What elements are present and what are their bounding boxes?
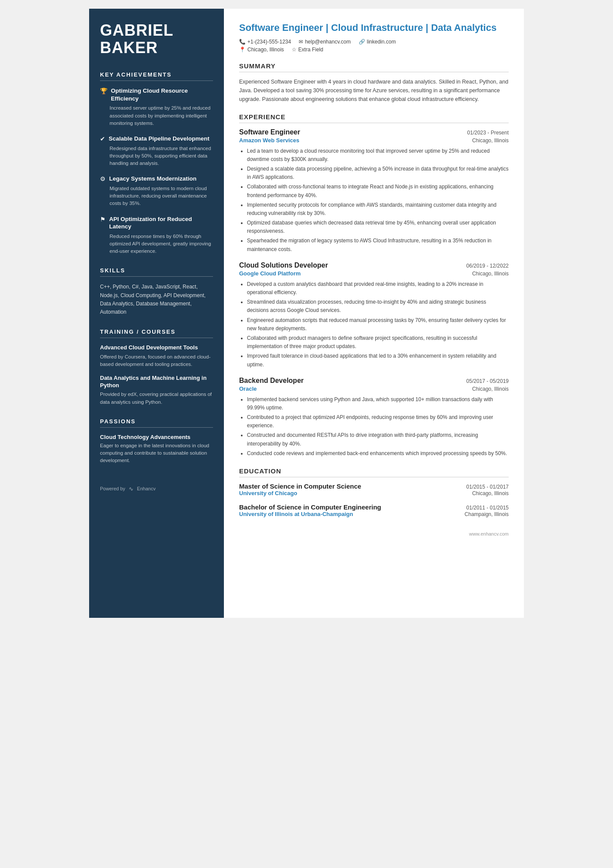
summary-section: SUMMARY Experienced Software Engineer wi… <box>239 62 509 104</box>
achievement-item: ⚙ Legacy Systems Modernization Migrated … <box>100 175 213 207</box>
bullet-item: Spearheaded the migration of legacy syst… <box>247 237 509 253</box>
extra-contact: ☆ Extra Field <box>292 47 323 53</box>
achievement-header: ⚙ Legacy Systems Modernization <box>100 175 213 183</box>
job-location: Chicago, Illinois <box>472 386 509 392</box>
sidebar-footer: Powered by ∿ Enhancv <box>100 477 213 492</box>
location-contact: 📍 Chicago, Illinois <box>239 47 284 53</box>
achievement-desc: Migrated outdated systems to modern clou… <box>100 185 213 208</box>
bullet-item: Led a team to develop a cloud resource m… <box>247 147 509 164</box>
achievements-section: KEY ACHIEVEMENTS 🏆 Optimizing Cloud Reso… <box>100 71 213 255</box>
bullet-item: Constructed and documented RESTful APIs … <box>247 431 509 448</box>
achievement-title: Legacy Systems Modernization <box>109 175 197 183</box>
edu-location: Chicago, Illinois <box>472 490 509 496</box>
resume-container: GABRIEL BAKER KEY ACHIEVEMENTS 🏆 Optimiz… <box>89 9 524 618</box>
linkedin-contact: 🔗 linkedin.com <box>359 39 396 45</box>
training-item: Advanced Cloud Development Tools Offered… <box>100 344 213 368</box>
job-bullets: Developed a custom analytics dashboard t… <box>239 280 509 369</box>
edu-school-row: University of Chicago Chicago, Illinois <box>239 490 509 496</box>
passions-section: PASSIONS Cloud Technology Advancements E… <box>100 418 213 465</box>
training-course-title: Data Analytics and Machine Learning in P… <box>100 375 213 389</box>
edu-header: Bachelor of Science in Computer Engineer… <box>239 503 509 511</box>
edu-school: University of Chicago <box>239 490 297 496</box>
passions-title: PASSIONS <box>100 418 213 428</box>
linkedin-url: linkedin.com <box>367 39 396 45</box>
exp-header: Backend Developer 05/2017 - 05/2019 <box>239 377 509 385</box>
achievement-item: ✔ Scalable Data Pipeline Development Red… <box>100 135 213 167</box>
sidebar: GABRIEL BAKER KEY ACHIEVEMENTS 🏆 Optimiz… <box>89 9 224 618</box>
bullet-item: Implemented backend services using Pytho… <box>247 395 509 412</box>
training-title: TRAINING / COURSES <box>100 328 213 338</box>
bullet-item: Contributed to a project that optimized … <box>247 413 509 430</box>
phone-number: +1-(234)-555-1234 <box>247 39 291 45</box>
enhancv-logo: ∿ <box>129 486 133 492</box>
training-course-title: Advanced Cloud Development Tools <box>100 344 213 352</box>
job-date: 06/2019 - 12/2022 <box>466 263 509 269</box>
edu-school: University of Illinois at Urbana-Champai… <box>239 511 353 517</box>
main-footer: www.enhancv.com <box>239 527 509 536</box>
summary-text: Experienced Software Engineer with 4 yea… <box>239 77 509 104</box>
star-icon: ☆ <box>292 47 297 53</box>
job-item: Cloud Solutions Developer 06/2019 - 12/2… <box>239 261 509 369</box>
achievement-item: ⚑ API Optimization for Reduced Latency R… <box>100 215 213 255</box>
link-icon: 🔗 <box>359 39 365 45</box>
skills-section: SKILLS C++, Python, C#, Java, JavaScript… <box>100 267 213 316</box>
skills-text: C++, Python, C#, Java, JavaScript, React… <box>100 283 213 316</box>
achievement-title: Optimizing Cloud Resource Efficiency <box>111 87 213 102</box>
job-title: Backend Developer <box>239 377 304 385</box>
experience-section-title: EXPERIENCE <box>239 113 509 123</box>
job-date: 05/2017 - 05/2019 <box>466 378 509 384</box>
exp-company-row: Oracle Chicago, Illinois <box>239 385 509 392</box>
job-title: Cloud Solutions Developer <box>239 261 328 269</box>
job-date: 01/2023 - Present <box>467 130 509 136</box>
education-section-title: EDUCATION <box>239 467 509 477</box>
edu-location: Champaign, Illinois <box>465 511 509 517</box>
job-item: Backend Developer 05/2017 - 05/2019 Orac… <box>239 377 509 458</box>
person-title: Software Engineer | Cloud Infrastructure… <box>239 22 509 34</box>
achievement-header: ⚑ API Optimization for Reduced Latency <box>100 215 213 231</box>
edu-header: Master of Science in Computer Science 01… <box>239 483 509 490</box>
location-text: Chicago, Illinois <box>247 47 284 53</box>
training-item: Data Analytics and Machine Learning in P… <box>100 375 213 406</box>
name-block: GABRIEL BAKER <box>100 22 213 56</box>
achievement-title: API Optimization for Reduced Latency <box>109 215 213 231</box>
email-contact: ✉ help@enhancv.com <box>299 39 350 45</box>
edu-item: Master of Science in Computer Science 01… <box>239 483 509 496</box>
edu-degree: Bachelor of Science in Computer Engineer… <box>239 503 381 511</box>
gear-icon: ⚙ <box>100 175 106 182</box>
contact-row: 📞 +1-(234)-555-1234 ✉ help@enhancv.com 🔗… <box>239 39 509 45</box>
bullet-item: Conducted code reviews and implemented b… <box>247 449 509 458</box>
main-header: Software Engineer | Cloud Infrastructure… <box>239 22 509 53</box>
edu-date: 01/2011 - 01/2015 <box>466 505 509 511</box>
powered-by-label: Powered by <box>100 486 125 491</box>
bullet-item: Optimized database queries which decreas… <box>247 219 509 235</box>
exp-company-row: Google Cloud Platform Chicago, Illinois <box>239 270 509 277</box>
job-company: Google Cloud Platform <box>239 270 301 277</box>
passion-item-desc: Eager to engage in the latest innovation… <box>100 442 213 465</box>
bullet-item: Engineered automation scripts that reduc… <box>247 316 509 333</box>
achievement-desc: Redesigned data infrastructure that enha… <box>100 145 213 168</box>
edu-degree: Master of Science in Computer Science <box>239 483 361 490</box>
job-company: Oracle <box>239 385 257 392</box>
bullet-item: Designed a scalable data processing pipe… <box>247 165 509 181</box>
bullet-item: Developed a custom analytics dashboard t… <box>247 280 509 297</box>
passion-item: Cloud Technology Advancements Eager to e… <box>100 434 213 465</box>
experience-section: EXPERIENCE Software Engineer 01/2023 - P… <box>239 113 509 458</box>
education-section: EDUCATION Master of Science in Computer … <box>239 467 509 517</box>
edu-school-row: University of Illinois at Urbana-Champai… <box>239 511 509 517</box>
location-icon: 📍 <box>239 47 246 53</box>
phone-contact: 📞 +1-(234)-555-1234 <box>239 39 291 45</box>
bullet-item: Implemented security protocols for compl… <box>247 201 509 218</box>
achievement-desc: Reduced response times by 60% through op… <box>100 233 213 255</box>
job-item: Software Engineer 01/2023 - Present Amaz… <box>239 128 509 254</box>
website-url: www.enhancv.com <box>469 531 509 536</box>
achievement-header: 🏆 Optimizing Cloud Resource Efficiency <box>100 87 213 102</box>
achievements-title: KEY ACHIEVEMENTS <box>100 71 213 81</box>
bullet-item: Collaborated with product managers to de… <box>247 334 509 351</box>
flag-icon: ⚑ <box>100 216 106 223</box>
achievement-title: Scalable Data Pipeline Development <box>109 135 210 143</box>
passion-item-title: Cloud Technology Advancements <box>100 434 213 440</box>
edu-date: 01/2015 - 01/2017 <box>466 484 509 490</box>
phone-icon: 📞 <box>239 39 246 45</box>
summary-section-title: SUMMARY <box>239 62 509 72</box>
extra-field: Extra Field <box>298 47 323 53</box>
